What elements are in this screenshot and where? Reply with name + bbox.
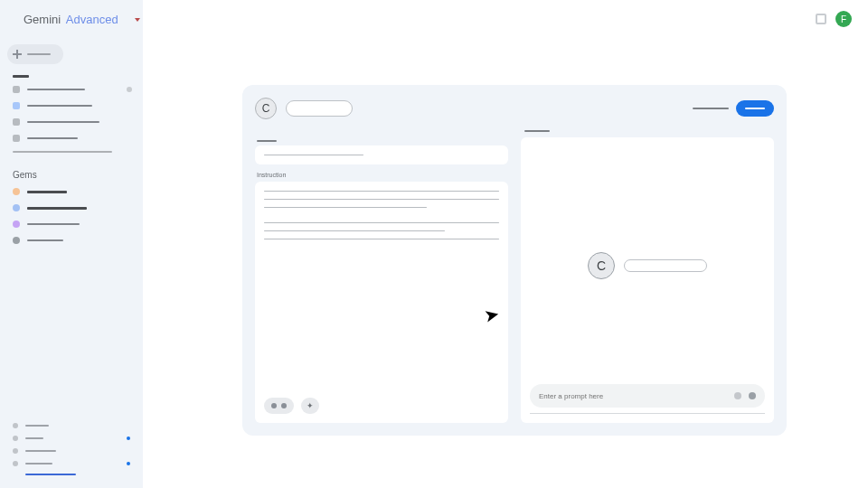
chat-title <box>27 137 78 139</box>
sidebar-bottom <box>0 419 143 479</box>
instruction-input[interactable]: ✦ <box>255 182 508 423</box>
chat-title <box>27 89 85 90</box>
chat-icon <box>13 135 20 142</box>
attachment-button[interactable] <box>264 398 294 414</box>
recent-item-3[interactable] <box>0 130 143 146</box>
plus-icon <box>13 50 22 59</box>
gem-editor-card: C . Instruction <box>242 85 787 436</box>
brand-tier: Advanced <box>66 13 118 26</box>
avatar[interactable]: F <box>835 11 852 27</box>
more-icon[interactable] <box>127 87 132 92</box>
brand[interactable]: Gemini Advanced <box>24 13 118 26</box>
gem-color-icon <box>13 204 20 211</box>
preview-greeting <box>624 259 707 272</box>
gems-heading: Gems <box>0 170 143 180</box>
chat-icon <box>13 86 20 93</box>
bottom-label <box>25 463 52 465</box>
bottom-icon <box>13 436 18 441</box>
notification-dot <box>127 462 130 465</box>
instruction-label: Instruction <box>257 172 508 178</box>
name-field-label <box>257 140 277 142</box>
bottom-link-label <box>25 474 76 475</box>
gem-item-0[interactable] <box>0 183 143 200</box>
mic-icon[interactable] <box>749 392 756 399</box>
gem-color-icon <box>13 237 20 244</box>
apps-icon[interactable] <box>816 14 826 24</box>
chat-icon <box>13 118 20 126</box>
gem-icon[interactable]: C <box>255 98 277 119</box>
bottom-icon <box>13 423 18 428</box>
chat-icon <box>13 102 20 109</box>
name-input[interactable] <box>255 145 508 164</box>
gem-label <box>27 191 67 193</box>
bottom-link[interactable] <box>0 470 143 479</box>
chevron-down-icon[interactable] <box>135 18 140 22</box>
bottom-item-3[interactable] <box>0 457 143 470</box>
magic-wand-button[interactable]: ✦ <box>301 398 319 414</box>
bottom-label <box>25 450 56 452</box>
bottom-item-0[interactable] <box>0 419 143 432</box>
gem-item-3[interactable] <box>0 232 143 249</box>
save-button[interactable] <box>736 100 774 117</box>
gem-item-1[interactable] <box>0 200 143 216</box>
prompt-input[interactable] <box>539 392 727 400</box>
bottom-item-2[interactable] <box>0 445 143 457</box>
gem-label <box>27 239 63 241</box>
show-more-label <box>13 151 112 153</box>
gem-color-icon <box>13 188 20 195</box>
preview-panel: C <box>521 137 774 423</box>
recent-label <box>0 75 143 78</box>
attach-icon[interactable] <box>734 392 741 399</box>
gem-item-2[interactable] <box>0 216 143 232</box>
recent-item-0[interactable] <box>0 81 143 98</box>
bottom-icon <box>13 448 18 454</box>
show-more-item[interactable] <box>0 146 143 157</box>
chat-title <box>27 105 92 107</box>
bottom-item-1[interactable] <box>0 432 143 445</box>
gem-name-pill[interactable] <box>286 100 353 117</box>
preview-label <box>524 130 550 132</box>
recent-item-2[interactable] <box>0 114 143 130</box>
gem-label <box>27 223 80 225</box>
header-secondary-label <box>693 108 729 109</box>
brand-name: Gemini <box>24 13 61 26</box>
bottom-label <box>25 437 43 439</box>
new-chat-label <box>27 53 51 55</box>
gem-label <box>27 207 87 210</box>
new-chat-button[interactable] <box>7 44 63 64</box>
gem-color-icon <box>13 221 20 228</box>
notification-dot <box>127 436 130 440</box>
main: F C . Instruction <box>143 0 868 488</box>
bottom-icon <box>13 461 18 466</box>
disclaimer-line <box>530 413 765 414</box>
prompt-bar[interactable] <box>530 384 765 408</box>
recent-item-1[interactable] <box>0 98 143 114</box>
sidebar: Gemini Advanced Gems <box>0 0 143 488</box>
chat-title <box>27 121 99 123</box>
preview-gem-icon: C <box>588 252 615 279</box>
bottom-label <box>25 425 49 427</box>
